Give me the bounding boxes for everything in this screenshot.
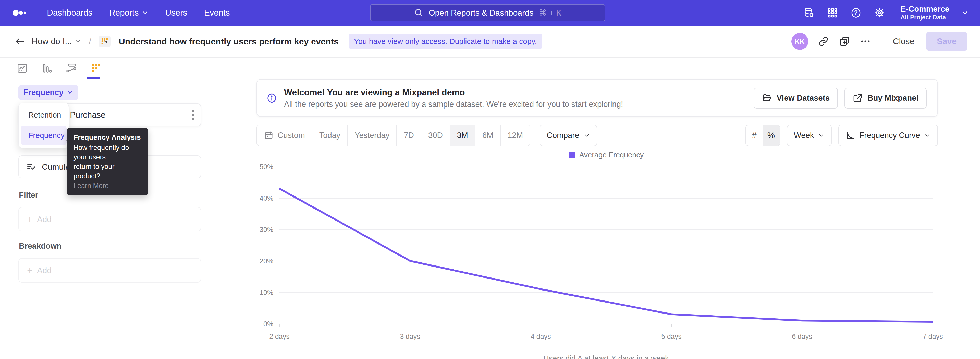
close-button[interactable]: Close — [891, 37, 916, 46]
nav-users[interactable]: Users — [165, 8, 187, 18]
calendar-icon — [264, 131, 274, 140]
view-only-notice[interactable]: You have view only access. Duplicate to … — [349, 34, 542, 49]
frequency-chart: Average Frequency 50%40% 30%20% 10%0% 2 … — [280, 150, 933, 327]
breakdown-add-button[interactable]: + Add — [18, 258, 201, 282]
range-7d[interactable]: 7D — [396, 125, 421, 146]
report-title: Understand how frequently users perform … — [119, 37, 339, 46]
range-12m[interactable]: 12M — [500, 125, 530, 146]
metric-type-dropdown[interactable]: Frequency — [18, 85, 78, 100]
chevron-down-icon — [75, 38, 81, 45]
tab-retention[interactable] — [90, 62, 102, 74]
menu-item-retention[interactable]: Retention — [21, 105, 67, 124]
frequency-curve-icon — [845, 131, 855, 140]
range-30d[interactable]: 30D — [421, 125, 450, 146]
chevron-down-icon — [961, 9, 969, 17]
filter-heading: Filter — [19, 191, 38, 200]
range-custom[interactable]: Custom — [257, 125, 312, 146]
tab-insights[interactable] — [16, 62, 28, 74]
apps-grid-icon[interactable] — [827, 7, 838, 19]
learn-more-link[interactable]: Learn More — [73, 182, 109, 190]
more-options-icon[interactable] — [860, 36, 871, 47]
save-button[interactable]: Save — [926, 32, 967, 51]
info-icon — [266, 93, 277, 104]
filter-add-button[interactable]: + Add — [18, 207, 201, 231]
cumulative-icon — [26, 162, 36, 172]
metric-type-menu: Retention Frequency — [18, 103, 69, 148]
project-scope: All Project Data — [900, 14, 950, 21]
range-3m[interactable]: 3M — [450, 125, 475, 146]
chart-plot-area[interactable]: 50%40% 30%20% 10%0% 2 days3 days 4 days5… — [280, 164, 933, 327]
header-divider — [881, 34, 881, 49]
range-6m[interactable]: 6M — [475, 125, 500, 146]
project-switcher[interactable]: E-Commerce All Project Data — [900, 5, 950, 21]
banner-title: Welcome! You are viewing a Mixpanel demo — [284, 88, 623, 97]
breadcrumb[interactable]: How do I... — [32, 37, 81, 46]
copy-link-icon[interactable] — [818, 36, 829, 47]
avatar[interactable]: KK — [791, 33, 808, 50]
event-name: Purchase — [70, 110, 105, 120]
range-yesterday[interactable]: Yesterday — [347, 125, 396, 146]
breakdown-heading: Breakdown — [19, 241, 62, 251]
chart-controls: Custom Today Yesterday 7D 30D 3M 6M 12M … — [256, 125, 938, 146]
search-placeholder: Open Reports & Dashboards — [429, 8, 534, 18]
granularity-dropdown[interactable]: Week — [787, 125, 832, 146]
query-builder-sidebar: Frequency Purchase Retention Frequency F… — [0, 58, 215, 359]
menu-item-frequency[interactable]: Frequency — [21, 126, 67, 145]
frequency-curve-line — [280, 164, 933, 327]
date-range-selector: Custom Today Yesterday 7D 30D 3M 6M 12M — [256, 125, 530, 146]
global-search[interactable]: Open Reports & Dashboards ⌘ + K — [370, 4, 605, 21]
tab-flows[interactable] — [65, 62, 77, 74]
tooltip-title: Frequency Analysis — [73, 133, 142, 142]
chevron-down-icon — [142, 10, 148, 16]
percent-toggle[interactable]: % — [763, 125, 780, 146]
chart-caption: Users did A at least X days in a week — [280, 354, 933, 359]
external-link-icon — [853, 93, 863, 103]
primary-nav: Dashboards Reports Users Events — [47, 8, 230, 18]
report-header: How do I... / Understand how frequently … — [0, 26, 980, 58]
report-type-tabs — [0, 58, 214, 79]
data-management-icon[interactable] — [803, 7, 815, 19]
legend-label: Average Frequency — [579, 151, 644, 159]
mixpanel-app: Dashboards Reports Users Events Open Rep… — [0, 0, 980, 359]
tab-funnels[interactable] — [41, 62, 52, 74]
demo-banner: Welcome! You are viewing a Mixpanel demo… — [256, 79, 938, 117]
breadcrumb-separator: / — [89, 37, 91, 46]
buy-mixpanel-button[interactable]: Buy Mixpanel — [845, 88, 927, 108]
settings-gear-icon[interactable] — [873, 7, 885, 19]
legend-swatch — [569, 152, 575, 158]
tooltip-body: How frequently do your users return to y… — [73, 143, 142, 181]
search-shortcut: ⌘ + K — [539, 8, 562, 18]
folder-icon — [762, 93, 772, 103]
view-datasets-button[interactable]: View Datasets — [754, 88, 838, 108]
chart-type-dropdown[interactable]: Frequency Curve — [838, 125, 938, 146]
frequency-tooltip: Frequency Analysis How frequently do you… — [67, 128, 148, 195]
project-name: E-Commerce — [900, 5, 950, 14]
absolute-toggle[interactable]: # — [746, 125, 763, 146]
report-main: Welcome! You are viewing a Mixpanel demo… — [215, 58, 980, 359]
chevron-down-icon — [584, 132, 590, 139]
chevron-down-icon — [818, 132, 824, 139]
chevron-down-icon — [67, 89, 73, 96]
plus-icon: + — [27, 266, 32, 275]
value-format-toggle: # % — [746, 125, 780, 146]
search-icon — [414, 8, 424, 18]
svg-text:?: ? — [854, 10, 858, 16]
back-icon[interactable] — [14, 36, 25, 47]
compare-button[interactable]: Compare — [539, 125, 597, 146]
mixpanel-logo[interactable] — [12, 6, 32, 19]
chart-legend[interactable]: Average Frequency — [280, 150, 933, 160]
range-today[interactable]: Today — [312, 125, 347, 146]
top-nav: Dashboards Reports Users Events Open Rep… — [0, 0, 980, 26]
plus-icon: + — [27, 215, 32, 224]
retention-report-icon[interactable] — [99, 35, 110, 47]
duplicate-icon[interactable] — [839, 36, 850, 47]
active-tab-indicator — [87, 77, 100, 80]
help-icon[interactable]: ? — [850, 7, 862, 19]
event-options-icon[interactable] — [192, 110, 194, 120]
nav-reports[interactable]: Reports — [109, 8, 148, 18]
nav-events[interactable]: Events — [204, 8, 230, 18]
banner-subtitle: All the reports you see are powered by a… — [284, 100, 623, 108]
nav-dashboards[interactable]: Dashboards — [47, 8, 92, 18]
chevron-down-icon — [924, 132, 931, 139]
